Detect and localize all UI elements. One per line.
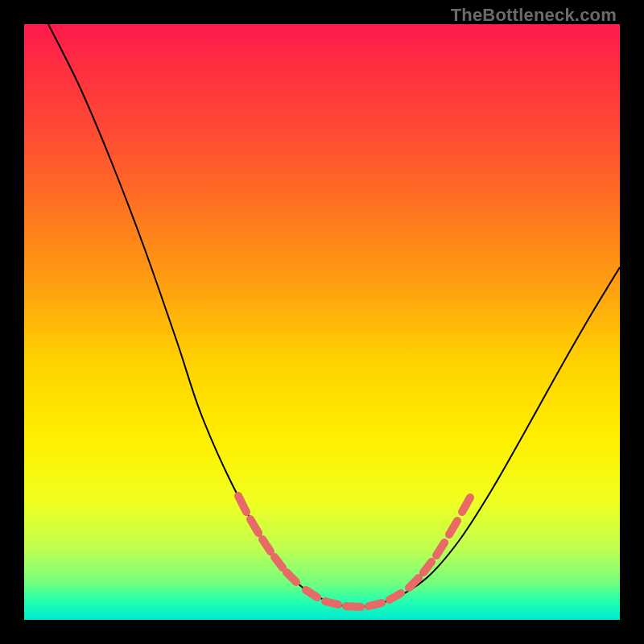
chart-plot-area bbox=[24, 24, 620, 620]
watermark-text: TheBottleneck.com bbox=[451, 5, 617, 26]
